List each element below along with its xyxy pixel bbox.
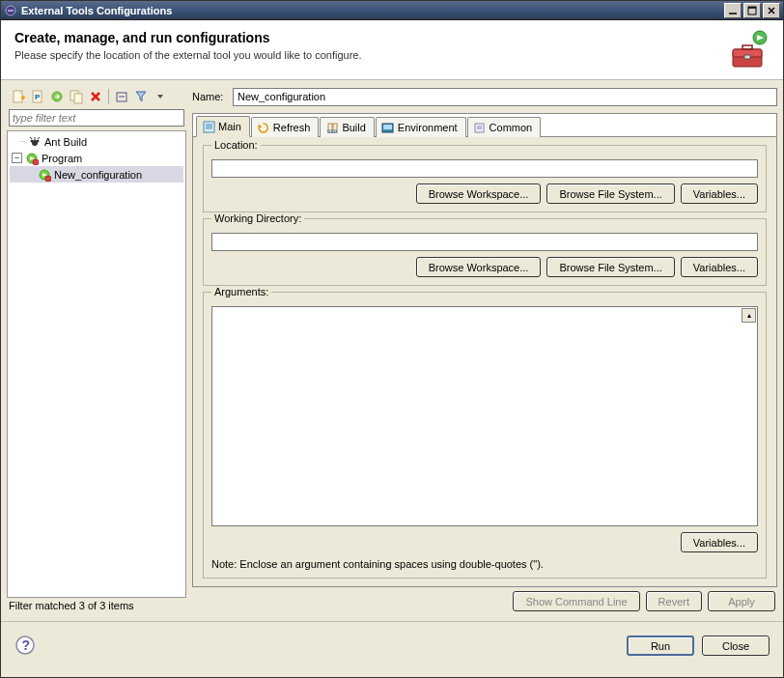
arguments-input[interactable] (212, 307, 741, 525)
help-icon[interactable]: ? (14, 635, 38, 658)
browse-filesystem-button[interactable]: Browse File System... (546, 257, 674, 277)
svg-rect-9 (742, 45, 752, 49)
svg-rect-16 (74, 94, 82, 103)
location-group: Location: Browse Workspace... Browse Fil… (203, 145, 767, 212)
tree-item-label: New_configuration (54, 169, 142, 181)
tab-build[interactable]: 010 Build (320, 117, 374, 137)
refresh-tab-icon (257, 121, 270, 134)
toolbar-separator (108, 89, 109, 104)
tree-item-ant-build[interactable]: ┈ Ant Build (10, 133, 183, 150)
tab-header: Main Refresh 010 Build Environment Commo… (193, 114, 776, 137)
revert-button[interactable]: Revert (646, 591, 702, 611)
tab-common[interactable]: Common (467, 117, 542, 137)
arguments-group: Arguments: ▴ Variables... Note: Enclose … (203, 292, 767, 579)
tree-item-label: Program (42, 153, 82, 164)
name-input[interactable] (233, 88, 777, 106)
filter-status: Filter matched 3 of 3 items (7, 598, 186, 615)
env-tab-icon (381, 121, 395, 134)
new-config-icon[interactable] (10, 88, 27, 105)
app-icon (4, 4, 17, 17)
variables-button[interactable]: Variables... (681, 257, 758, 277)
action-row: Show Command Line Revert Apply (192, 587, 777, 615)
svg-text:010: 010 (327, 128, 338, 134)
name-label: Name: (192, 91, 233, 102)
filter-dropdown-icon[interactable] (152, 88, 169, 105)
tab-main[interactable]: Main (196, 116, 250, 137)
ant-icon (27, 134, 42, 150)
tree-item-label: Ant Build (44, 136, 87, 148)
build-tab-icon: 010 (325, 121, 339, 134)
svg-text:?: ? (22, 637, 31, 653)
header-subtitle: Please specify the location of the exter… (14, 49, 723, 61)
title-text: External Tools Configurations (21, 5, 724, 16)
config-run-icon (37, 167, 52, 183)
svg-point-25 (45, 176, 51, 182)
variables-button[interactable]: Variables... (681, 184, 758, 204)
minimize-button[interactable] (724, 3, 742, 18)
collapse-all-icon[interactable] (113, 88, 130, 105)
apply-button[interactable]: Apply (708, 591, 775, 611)
arguments-note: Note: Enclose an argument containing spa… (211, 558, 758, 570)
tree-item-new-configuration[interactable]: New_configuration (10, 166, 183, 183)
config-toolbar: P (7, 86, 186, 107)
tab-environment[interactable]: Environment (376, 117, 466, 137)
filter-input[interactable] (9, 109, 184, 127)
tab-label: Refresh (273, 122, 311, 133)
footer: ? Run Close (1, 621, 783, 669)
close-window-button[interactable] (763, 3, 780, 18)
arguments-label: Arguments: (211, 286, 271, 297)
svg-rect-10 (744, 55, 750, 59)
location-label: Location: (211, 139, 261, 151)
browse-filesystem-button[interactable]: Browse File System... (546, 184, 674, 204)
header-title: Create, manage, and run configurations (14, 30, 723, 45)
common-tab-icon (473, 121, 487, 134)
svg-text:P: P (35, 93, 41, 101)
browse-workspace-button[interactable]: Browse Workspace... (416, 257, 542, 277)
config-tree[interactable]: ┈ Ant Build − Program New_configuration (7, 130, 186, 598)
location-input[interactable] (211, 159, 758, 178)
scroll-up-icon[interactable]: ▴ (742, 308, 756, 323)
tab-label: Environment (398, 122, 458, 133)
tree-dots: ┈ (19, 136, 24, 147)
filter-icon[interactable] (132, 88, 150, 105)
collapse-icon[interactable]: − (12, 153, 22, 163)
working-directory-input[interactable] (211, 233, 758, 251)
duplicate-config-icon[interactable] (68, 88, 85, 105)
tab-label: Build (342, 122, 365, 133)
svg-point-20 (31, 139, 34, 142)
tree-item-program[interactable]: − Program (10, 150, 183, 166)
show-command-line-button[interactable]: Show Command Line (513, 591, 639, 611)
run-button[interactable]: Run (627, 636, 694, 656)
tab-label: Main (218, 121, 241, 132)
maximize-button[interactable] (743, 3, 761, 18)
delete-config-icon[interactable] (87, 88, 104, 105)
export-config-icon[interactable] (48, 88, 66, 105)
title-bar[interactable]: External Tools Configurations (1, 1, 783, 20)
run-toolbox-icon (723, 30, 770, 71)
svg-rect-34 (383, 125, 392, 129)
tab-label: Common (490, 122, 533, 133)
program-icon (24, 151, 40, 166)
svg-point-21 (37, 139, 40, 142)
working-directory-group: Working Directory: Browse Workspace... B… (203, 218, 767, 286)
browse-workspace-button[interactable]: Browse Workspace... (416, 184, 542, 204)
main-tab-icon (202, 120, 215, 133)
svg-point-23 (33, 159, 39, 165)
new-prototype-icon[interactable]: P (29, 88, 46, 105)
workdir-label: Working Directory: (211, 212, 304, 224)
header-section: Create, manage, and run configurations P… (1, 20, 783, 80)
tab-refresh[interactable]: Refresh (251, 117, 320, 137)
close-button[interactable]: Close (702, 636, 770, 656)
variables-button[interactable]: Variables... (681, 532, 758, 552)
